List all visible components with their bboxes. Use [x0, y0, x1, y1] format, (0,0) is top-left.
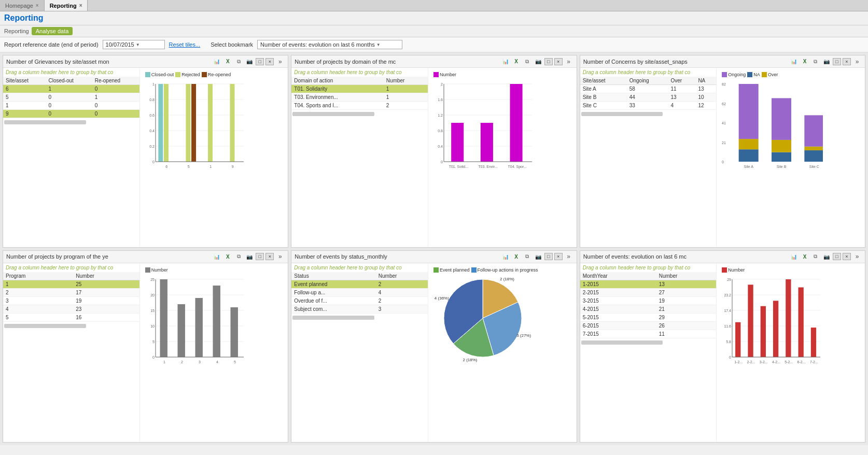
tile-chart-icon[interactable]: 📊: [501, 253, 510, 261]
svg-text:0: 0: [152, 160, 155, 164]
table-row[interactable]: 125: [3, 280, 139, 288]
tile-tile3-scrollbar[interactable]: [581, 112, 663, 116]
tile-excel-icon[interactable]: X: [223, 253, 232, 261]
tile-close-btn[interactable]: ×: [265, 58, 274, 65]
svg-text:3-2...: 3-2...: [760, 360, 768, 364]
table-row[interactable]: 5-201529: [580, 313, 717, 321]
table-cell: 6: [3, 85, 46, 93]
legend-label: Number: [151, 267, 168, 273]
tile-minimize-btn[interactable]: □: [544, 253, 553, 260]
table-cell: Site A: [580, 85, 627, 93]
table-row[interactable]: Site C33412: [580, 102, 717, 110]
tile-camera-icon[interactable]: 📷: [245, 253, 254, 261]
table-row[interactable]: Overdue of f...2: [291, 296, 428, 305]
table-row[interactable]: 501: [3, 93, 139, 102]
tile-close-btn[interactable]: ×: [265, 253, 274, 260]
table-cell: Subject com...: [291, 305, 376, 313]
tile-expand-icon[interactable]: »: [852, 253, 862, 261]
tile-tile2-scrollbar[interactable]: [292, 112, 374, 116]
table-row[interactable]: T04. Sports and I...2: [291, 102, 428, 110]
tile-tile4-scrollbar[interactable]: [4, 324, 86, 328]
date-input[interactable]: 10/07/2015 ▼: [103, 40, 165, 49]
table-row[interactable]: 1-201513: [580, 280, 717, 288]
tile-chart-icon[interactable]: 📊: [212, 253, 221, 261]
bookmark-value: Number of events: evolution on last 6 mo…: [260, 41, 375, 48]
analyse-data-button[interactable]: Analyse data: [32, 27, 73, 35]
tab-reporting-close[interactable]: ×: [79, 3, 82, 8]
tile-camera-icon[interactable]: 📷: [822, 253, 831, 261]
tab-reporting[interactable]: Reporting ×: [45, 0, 88, 11]
tab-homepage[interactable]: Homepage ×: [0, 0, 45, 11]
table-cell: 0: [92, 110, 139, 118]
table-row[interactable]: 7-201511: [580, 330, 717, 338]
svg-text:4 (36%): 4 (36%): [435, 295, 449, 300]
tile-chart-icon[interactable]: 📊: [501, 58, 510, 65]
tile-minimize-btn[interactable]: □: [833, 253, 841, 260]
table-cell: 13: [668, 93, 696, 102]
tile-excel-icon[interactable]: X: [512, 253, 521, 261]
tile-chart-icon[interactable]: 📊: [789, 253, 799, 261]
table-row[interactable]: 319: [3, 296, 139, 305]
table-row[interactable]: 2-201527: [580, 288, 717, 296]
tile-close-btn[interactable]: ×: [554, 253, 563, 260]
table-row[interactable]: 217: [3, 288, 139, 296]
tile-close-btn[interactable]: ×: [843, 58, 851, 65]
tile-tile5-scrollbar[interactable]: [292, 316, 374, 320]
tile-copy-icon[interactable]: ⧉: [523, 253, 532, 261]
table-row[interactable]: Subject com...3: [291, 305, 428, 313]
table-row[interactable]: Event planned2: [291, 280, 428, 288]
tab-homepage-close[interactable]: ×: [36, 3, 39, 8]
tile-tile1-chart-svg: 00.20.40.60.816519: [143, 79, 286, 245]
tile-chart-icon[interactable]: 📊: [212, 58, 221, 65]
tile-excel-icon[interactable]: X: [223, 58, 232, 65]
table-row[interactable]: 900: [3, 110, 139, 118]
tile-expand-icon[interactable]: »: [275, 58, 285, 65]
tile-expand-icon[interactable]: »: [275, 253, 285, 261]
tile-excel-icon[interactable]: X: [800, 253, 809, 261]
tile-chart-icon[interactable]: 📊: [789, 58, 799, 65]
table-row[interactable]: 4-201521: [580, 305, 717, 313]
table-row[interactable]: 423: [3, 305, 139, 313]
tile-copy-icon[interactable]: ⧉: [811, 253, 820, 261]
tile-copy-icon[interactable]: ⧉: [523, 58, 532, 65]
tile-excel-icon[interactable]: X: [800, 58, 809, 65]
tile-minimize-btn[interactable]: □: [544, 58, 553, 65]
tile-camera-icon[interactable]: 📷: [534, 253, 543, 261]
tile-tile6-scrollbar[interactable]: [581, 340, 663, 345]
tile-camera-icon[interactable]: 📷: [534, 58, 543, 65]
svg-text:Site B: Site B: [777, 165, 787, 168]
table-row[interactable]: 100: [3, 102, 139, 110]
tile-expand-icon[interactable]: »: [564, 253, 573, 261]
tile-copy-icon[interactable]: ⧉: [234, 253, 243, 261]
table-cell: 19: [73, 296, 139, 305]
tile-close-btn[interactable]: ×: [843, 253, 851, 260]
table-row[interactable]: 610: [3, 85, 139, 93]
table-row[interactable]: 3-201519: [580, 296, 717, 305]
table-row[interactable]: T03. Environmen...1: [291, 93, 428, 102]
tile-close-btn[interactable]: ×: [554, 58, 563, 65]
svg-text:2: 2: [181, 360, 183, 364]
table-row[interactable]: 516: [3, 313, 139, 321]
tile-minimize-btn[interactable]: □: [256, 58, 264, 65]
tile-tile1-scrollbar[interactable]: [4, 120, 86, 124]
breadcrumb-reporting[interactable]: Reporting: [4, 28, 29, 34]
table-row[interactable]: 6-201526: [580, 321, 717, 330]
svg-text:0: 0: [441, 160, 443, 164]
tile-minimize-btn[interactable]: □: [833, 58, 841, 65]
tile-copy-icon[interactable]: ⧉: [811, 58, 820, 65]
reset-tiles-link[interactable]: Reset tiles...: [169, 41, 201, 48]
table-row[interactable]: Site B441310: [580, 93, 717, 102]
tile-expand-icon[interactable]: »: [852, 58, 862, 65]
tile-expand-icon[interactable]: »: [564, 58, 573, 65]
svg-text:2: 2: [441, 82, 443, 86]
table-row[interactable]: Site A581113: [580, 85, 717, 93]
tile-camera-icon[interactable]: 📷: [822, 58, 831, 65]
tile-camera-icon[interactable]: 📷: [245, 58, 254, 65]
table-row[interactable]: Follow-up a...4: [291, 288, 428, 296]
svg-text:0.2: 0.2: [149, 145, 155, 148]
bookmark-input[interactable]: Number of events: evolution on last 6 mo…: [257, 40, 402, 49]
table-row[interactable]: T01. Solidarity1: [291, 85, 428, 93]
tile-copy-icon[interactable]: ⧉: [234, 58, 243, 65]
tile-minimize-btn[interactable]: □: [256, 253, 264, 260]
tile-excel-icon[interactable]: X: [512, 58, 521, 65]
